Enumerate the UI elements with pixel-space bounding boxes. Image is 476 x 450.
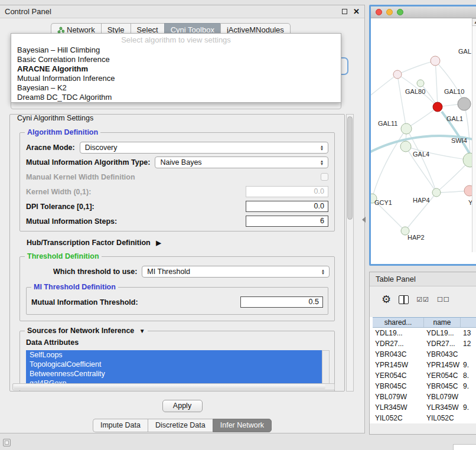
table-panel-titlebar: Table Panel (370, 272, 476, 286)
desktop: Control Panel ✕ Network Style Select (0, 0, 476, 450)
sources-title: Sources for Network Inference (27, 327, 134, 335)
kernel-width-input[interactable]: 0.0 (246, 186, 328, 197)
table-row[interactable]: YDR27...YDR27...12 (373, 338, 476, 349)
settings-vertical-scrollbar[interactable] (346, 114, 354, 392)
table-row[interactable]: YLR345WYLR345W9. (373, 402, 476, 413)
scroll-up-icon[interactable]: ▲ (472, 18, 476, 26)
gear-icon[interactable]: ⚙ (382, 294, 391, 305)
table-cell (461, 392, 476, 402)
network-node[interactable] (400, 141, 411, 152)
dpi-tolerance-label: DPI Tolerance [0,1]: (26, 203, 94, 211)
table-row[interactable]: YIL052CYIL052C (373, 413, 476, 423)
network-node[interactable] (393, 70, 402, 79)
attribute-list-scrollbar[interactable] (322, 350, 330, 388)
network-node[interactable] (401, 123, 412, 134)
hub-definition-expander[interactable]: Hub/Transcription Factor Definition ▶ (27, 239, 337, 247)
deselect-all-columns-icon[interactable]: ☐☐ (437, 296, 450, 304)
algorithm-option[interactable]: ARACNE Algorithm (11, 64, 341, 74)
table-cell: YPR145W (424, 360, 461, 370)
network-node-label: GAL10 (444, 88, 464, 95)
network-node[interactable] (417, 80, 424, 87)
apply-button[interactable]: Apply (162, 400, 203, 412)
data-attributes-label: Data Attributes (26, 338, 330, 347)
network-node[interactable] (431, 56, 440, 66)
algorithm-option[interactable]: Dream8 DC_TDC Algorithm (11, 93, 341, 102)
column-header[interactable]: shared... (373, 318, 424, 327)
table-row[interactable]: YDL19...YDL19...13 (373, 328, 476, 338)
table-cell: 9. (461, 381, 476, 392)
window-float-icon[interactable] (342, 9, 347, 14)
settings-scroll-area: Algorithm Definition Aracne Mode: Discov… (10, 119, 344, 391)
table-cell: YLR345W (424, 402, 461, 413)
table-row[interactable]: YBR045CYBR045C9. (373, 381, 476, 392)
traffic-light-zoom-icon[interactable] (397, 9, 403, 15)
network-node-label: GAL80 (405, 88, 425, 95)
select-all-columns-icon[interactable]: ☑☑ (416, 296, 429, 304)
network-edge (406, 107, 438, 129)
table-cell: YBR043C (424, 349, 461, 360)
network-node-label: GCY1 (374, 199, 392, 206)
table-row[interactable]: YPR145WYPR145W9. (373, 360, 476, 370)
column-header[interactable] (461, 318, 476, 327)
algorithm-definition-group: Algorithm Definition Aracne Mode: Discov… (19, 132, 335, 231)
network-node-label: GAL11 (378, 120, 397, 127)
traffic-light-close-icon[interactable] (376, 9, 382, 15)
mi-algorithm-type-select[interactable]: Naive Bayes ▲▼ (155, 156, 328, 168)
network-node[interactable] (432, 188, 441, 197)
table-cell: YIL052C (424, 413, 461, 423)
tab-discretize-data[interactable]: Discretize Data (148, 419, 213, 432)
network-tab-icon (57, 27, 64, 34)
which-threshold-select[interactable]: MI Threshold ▲▼ (142, 266, 330, 278)
tab-label: Discretize Data (155, 421, 206, 429)
network-edge (372, 129, 406, 198)
which-threshold-label: Which threshold to use: (53, 268, 137, 276)
algorithm-option[interactable]: Bayesian – K2 (11, 83, 341, 93)
collapsed-panel-icon[interactable] (3, 439, 11, 446)
column-header[interactable]: name (424, 318, 461, 327)
manual-kernel-checkbox[interactable] (321, 173, 328, 181)
selected-value: MI Threshold (147, 268, 319, 276)
columns-icon[interactable] (399, 295, 409, 304)
aracne-mode-select[interactable]: Discovery ▲▼ (80, 142, 328, 154)
table-body: YDL19...YDL19...13YDR27...YDR27...12YBR0… (373, 328, 476, 423)
attribute-item[interactable]: SelfLoops (26, 350, 322, 360)
table-cell: YIL052C (373, 413, 424, 423)
threshold-definition-group: Threshold Definition Which threshold to … (19, 256, 335, 321)
tab-infer-network[interactable]: Infer Network (213, 419, 272, 432)
network-node[interactable] (458, 97, 471, 110)
mi-steps-input[interactable]: 6 (246, 216, 328, 227)
mi-threshold-input[interactable]: 0.5 (240, 296, 323, 308)
splitter-handle-icon[interactable] (362, 217, 366, 223)
attribute-item[interactable]: BetweennessCentrality (26, 369, 322, 379)
bottom-tab-bar: Impute Data Discretize Data Infer Networ… (0, 419, 364, 432)
algorithm-option[interactable]: Basic Correlation Inference (11, 55, 341, 64)
network-edge (435, 61, 438, 107)
sources-expander[interactable]: Sources for Network Inference ▼ (25, 327, 148, 335)
network-node-label: HAP2 (407, 234, 425, 241)
table-row[interactable]: YBR043CYBR043C (373, 349, 476, 360)
attribute-item[interactable]: TopologicalCoefficient (26, 360, 322, 369)
network-canvas[interactable]: GALGAL80GAL10GAL11GAL1SWI4GAL4GCY1HAP4YH… (371, 18, 476, 252)
network-graph: GALGAL80GAL10GAL11GAL1SWI4GAL4GCY1HAP4YH… (371, 18, 476, 252)
algorithm-option[interactable]: Bayesian – Hill Climbing (11, 45, 341, 55)
network-window-titlebar (371, 6, 476, 18)
algorithm-option[interactable]: Mutual Information Inference (11, 74, 341, 83)
dpi-tolerance-input[interactable]: 0.0 (246, 201, 328, 212)
mi-threshold-definition-group: MI Threshold Definition Mutual Informati… (26, 287, 328, 315)
window-title: Control Panel (5, 7, 342, 16)
table-row[interactable]: YBL079WYBL079W (373, 392, 476, 402)
window-close-icon[interactable]: ✕ (353, 8, 360, 15)
table-cell: YBL079W (373, 392, 424, 402)
network-edge (397, 74, 406, 129)
corner-panel (453, 444, 476, 450)
node-table: shared...name YDL19...YDL19...13YDR27...… (370, 317, 476, 423)
table-row[interactable]: YER054CYER054C8. (373, 370, 476, 381)
manual-kernel-label: Manual Kernel Width Definition (26, 173, 135, 181)
expanded-arrow-icon: ▼ (139, 328, 145, 334)
table-cell: 13 (461, 328, 476, 338)
network-vertical-scrollbar[interactable] (472, 18, 476, 252)
settings-horizontal-scrollbar[interactable] (12, 383, 335, 390)
traffic-light-minimize-icon[interactable] (386, 9, 393, 15)
network-node[interactable] (433, 102, 442, 112)
tab-impute-data[interactable]: Impute Data (93, 419, 148, 432)
